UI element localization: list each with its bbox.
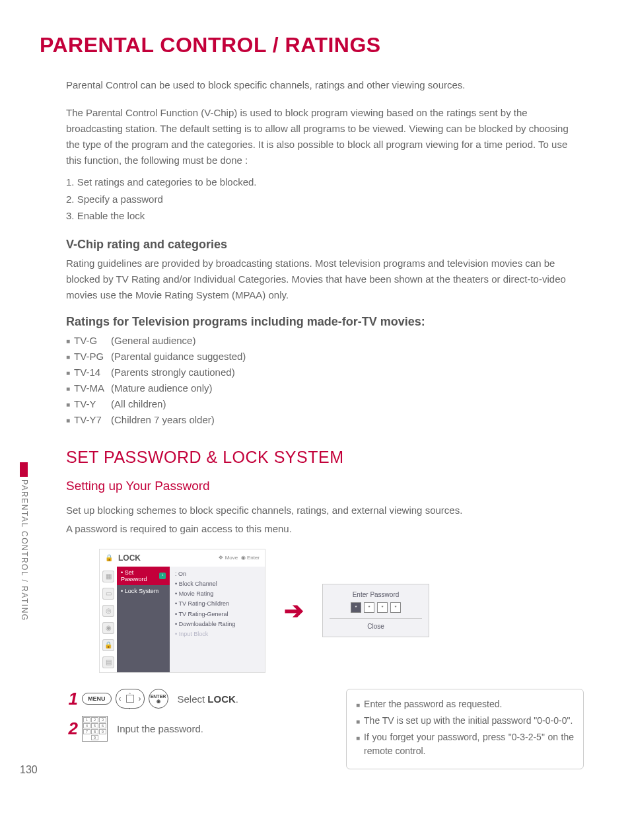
rating-desc: (Parental guidance suggested) (111, 349, 246, 365)
instruction-step-2: 2 123 456 789 0 Input the password. (66, 716, 326, 742)
note-text: The TV is set up with the initial passwo… (364, 714, 573, 728)
notes-box: ■Enter the password as requested. ■The T… (346, 689, 584, 769)
rating-desc: (Children 7 years older) (111, 412, 215, 428)
rating-code: TV-Y7 (74, 412, 111, 428)
osd-sidebar-icons: ▦ ▭ ◎ ◉ 🔒 ▤ (100, 567, 117, 672)
lock-icon: 🔒 (102, 639, 114, 651)
step-number: 1 (66, 689, 78, 709)
osd-content: : On • Block Channel • Movie Rating • TV… (170, 567, 265, 672)
rating-desc: (Parents strongly cautioned) (111, 365, 235, 380)
diagram-row: 🔒 LOCK ✥ Move ◉ Enter ▦ ▭ ◎ ◉ 🔒 ▤ • Set … (99, 549, 584, 673)
osd-line: • TV Rating-General (175, 610, 260, 619)
step-text: Input the password. (117, 723, 203, 734)
side-tab: PARENTAL CONTROL / RATING (20, 462, 33, 621)
osd-line-faded: • Input Block (175, 629, 260, 639)
step-text: Select LOCK. (178, 693, 239, 705)
osd-line: • Movie Rating (175, 589, 260, 599)
menu-button-icon: MENU (82, 693, 112, 705)
rating-code: TV-PG (74, 349, 111, 365)
rating-row: ■TV-MA(Mature audience only) (66, 380, 584, 396)
rating-code: TV-G (74, 333, 111, 349)
side-tab-label: PARENTAL CONTROL / RATING (20, 479, 29, 621)
note-text: If you forget your password, press "0-3-… (364, 730, 574, 758)
step-item: Set ratings and categories to be blocked… (66, 174, 584, 191)
rating-desc: (All children) (111, 396, 166, 412)
tv-ratings-heading: Ratings for Television programs includin… (66, 315, 584, 329)
dpad-icon: ꞈˬ (116, 689, 145, 709)
lock-icon: 🔒 (105, 554, 113, 561)
step-item: Enable the lock (66, 207, 584, 225)
picture-icon: ▭ (102, 588, 114, 600)
section-heading: SET PASSWORD & LOCK SYSTEM (66, 448, 584, 467)
arrow-icon: ➔ (284, 597, 304, 625)
osd-line: • Block Channel (175, 579, 260, 589)
password-box: * (390, 602, 401, 613)
osd-title: LOCK (118, 553, 213, 563)
enter-button-icon: ENTER◉ (149, 689, 168, 709)
instruction-step-1: 1 MENU ꞈˬ ENTER◉ Select LOCK. (66, 689, 326, 709)
rating-code: TV-14 (74, 365, 111, 380)
select-icon: ꜜ (159, 573, 166, 579)
password-dialog: Enter Password * * * * Close (322, 584, 429, 637)
step-number: 2 (66, 718, 78, 739)
sub2-text1: Set up blocking schemes to block specifi… (66, 503, 584, 518)
note-text: Enter the password as requested. (364, 697, 502, 711)
password-box: * (377, 602, 388, 613)
page-number: 130 (20, 764, 38, 776)
rating-row: ■TV-14(Parents strongly cautioned) (66, 365, 584, 380)
vchip-text: Rating guidelines are provided by broadc… (66, 256, 584, 303)
subsection-heading: Setting up Your Password (66, 479, 584, 493)
rating-row: ■TV-PG(Parental guidance suggested) (66, 349, 584, 365)
rating-code: TV-Y (74, 396, 111, 412)
osd-menu-item: • Lock System (117, 585, 170, 597)
osd-lock-panel: 🔒 LOCK ✥ Move ◉ Enter ▦ ▭ ◎ ◉ 🔒 ▤ • Set … (99, 549, 265, 673)
password-close: Close (330, 623, 422, 630)
rating-code: TV-MA (74, 380, 111, 396)
settings-icon: ▦ (102, 571, 114, 582)
side-tab-marker (20, 462, 28, 477)
intro-text: Parental Control can be used to block sp… (66, 77, 584, 93)
rating-row: ■TV-Y7(Children 7 years older) (66, 412, 584, 428)
rating-desc: (Mature audience only) (111, 380, 212, 396)
password-box: * (351, 602, 361, 613)
password-box: * (364, 602, 374, 613)
tv-ratings-list: ■TV-G(General audience) ■TV-PG(Parental … (66, 333, 584, 428)
osd-menu: • Set Passwordꜜ • Lock System (117, 567, 170, 672)
password-title: Enter Password (330, 591, 422, 598)
rating-row: ■TV-Y(All children) (66, 396, 584, 412)
page-title: PARENTAL CONTROL / RATINGS (40, 33, 590, 57)
step-item: Specify a password (66, 191, 584, 208)
vchip-heading: V-Chip rating and categories (66, 238, 584, 252)
osd-menu-item-selected: • Set Passwordꜜ (117, 567, 170, 585)
password-boxes: * * * * (330, 602, 422, 613)
desc-text: The Parental Control Function (V-Chip) i… (66, 105, 584, 168)
time-icon: ◉ (102, 622, 114, 634)
osd-line: • Downloadable Rating (175, 619, 260, 629)
osd-hints: ✥ Move ◉ Enter (219, 555, 260, 561)
osd-line: : On (175, 569, 260, 579)
option-icon: ▤ (102, 656, 114, 668)
rating-desc: (General audience) (111, 333, 195, 349)
rating-row: ■TV-G(General audience) (66, 333, 584, 349)
keypad-icon: 123 456 789 0 (82, 716, 108, 742)
setup-steps: Set ratings and categories to be blocked… (66, 174, 584, 225)
sub2-text2: A password is required to gain access to… (66, 521, 584, 537)
osd-line: • TV Rating-Children (175, 599, 260, 609)
sound-icon: ◎ (102, 605, 114, 617)
